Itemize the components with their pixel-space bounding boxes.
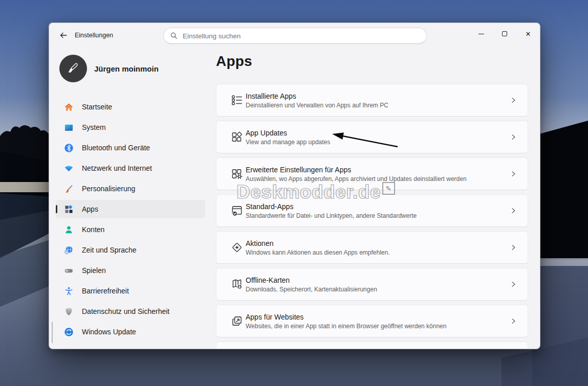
close-icon: ✕	[526, 31, 531, 37]
sidebar-item-label: Personalisierung	[82, 185, 135, 193]
app-updates-icon	[230, 130, 244, 144]
sidebar-item-label: Windows Update	[82, 328, 136, 336]
apps-icon	[64, 205, 74, 214]
avatar	[59, 55, 87, 82]
back-arrow-icon	[59, 31, 68, 40]
sidebar-item-datenschutz-sicherheit[interactable]: Datenschutz und Sicherheit	[56, 302, 205, 321]
close-button[interactable]: ✕	[516, 23, 540, 44]
chevron-right-icon	[509, 280, 517, 288]
advanced-app-settings-icon	[230, 167, 244, 180]
privacy-icon	[64, 307, 74, 316]
list-item-title: Apps für Websites	[246, 313, 446, 321]
list-item-apps-fuer-websites[interactable]: Apps für Websites Websites, die in einer…	[216, 305, 528, 337]
chevron-right-icon	[509, 96, 517, 104]
sidebar-item-spielen[interactable]: Spielen	[56, 261, 205, 280]
sidebar-item-bluetooth-geraete[interactable]: Bluetooth und Geräte	[56, 139, 205, 157]
list-item-subtitle: Standardwerte für Datei- und Linktypen, …	[246, 212, 417, 219]
list-item-text: App Updates View and manage app updates	[246, 129, 330, 146]
list-item-text: Aktionen Windows kann Aktionen aus diese…	[246, 239, 390, 256]
bluetooth-icon	[64, 143, 74, 153]
search-input[interactable]	[183, 32, 420, 40]
maximize-icon	[502, 31, 507, 36]
sidebar-item-label: Barrierefreiheit	[82, 287, 129, 295]
list-item-app-updates[interactable]: App Updates View and manage app updates	[216, 121, 528, 153]
list-item-aktionen[interactable]: Aktionen Windows kann Aktionen aus diese…	[216, 231, 528, 264]
system-icon	[64, 123, 74, 132]
list-item-subtitle: Downloads, Speicherort, Kartenaktualisie…	[246, 286, 377, 293]
installed-apps-icon	[230, 94, 244, 107]
list-item-subtitle: View and manage app updates	[246, 139, 330, 146]
sidebar-item-windows-update[interactable]: Windows Update	[56, 323, 205, 341]
list-item-title: Aktionen	[246, 239, 390, 247]
list-item-text: Installierte Apps Deinstallieren und Ver…	[246, 92, 388, 109]
list-item-standard-apps[interactable]: Standard-Apps Standardwerte für Datei- u…	[216, 194, 528, 227]
user-name: Jürgen moinmoin	[94, 64, 159, 73]
chevron-right-icon	[509, 243, 517, 252]
sidebar-item-konten[interactable]: Konten	[56, 220, 205, 239]
list-item-offline-karten[interactable]: Offline-Karten Downloads, Speicherort, K…	[216, 268, 528, 301]
list-item-text: Offline-Karten Downloads, Speicherort, K…	[246, 276, 377, 293]
list-item-text: Erweiterte Einstellungen für Apps Auswäh…	[246, 166, 467, 183]
list-item-subtitle: Deinstallieren und Verwalten von Apps au…	[246, 102, 388, 109]
list-item-erweiterte-einstellungen[interactable]: Erweiterte Einstellungen für Apps Auswäh…	[216, 157, 528, 190]
settings-list: Installierte Apps Deinstallieren und Ver…	[216, 84, 528, 349]
titlebar: Einstellungen ✕	[49, 23, 540, 48]
sidebar-item-label: Startseite	[82, 103, 112, 111]
window-controls: ✕	[469, 23, 540, 44]
list-item-title: App Updates	[246, 129, 330, 137]
settings-window: Einstellungen ✕ Jürgen moinmoin	[49, 22, 540, 349]
sidebar-item-barrierefreiheit[interactable]: Barrierefreiheit	[56, 282, 205, 300]
time-language-icon	[64, 245, 74, 255]
sidebar: Startseite System Bluetooth und Geräte	[56, 98, 205, 343]
gaming-icon	[64, 266, 74, 276]
list-item-subtitle: Auswählen, wo Apps abgerufen, Apps archi…	[246, 175, 467, 183]
offline-maps-icon	[230, 278, 244, 291]
app-title: Einstellungen	[75, 23, 113, 48]
sidebar-scrollbar[interactable]	[52, 322, 53, 343]
sidebar-item-personalisierung[interactable]: Personalisierung	[56, 179, 205, 198]
list-item-subtitle: Websites, die in einer App statt in eine…	[246, 323, 446, 330]
actions-icon	[230, 241, 244, 254]
apps-for-websites-icon	[230, 314, 244, 328]
sidebar-item-label: Zeit und Sprache	[82, 246, 137, 254]
chevron-right-icon	[509, 317, 517, 325]
list-item-partial[interactable]	[216, 342, 528, 349]
accessibility-icon	[64, 286, 74, 296]
sidebar-item-label: Bluetooth und Geräte	[82, 144, 150, 152]
list-item-text: Apps für Websites Websites, die in einer…	[246, 313, 446, 330]
sidebar-item-system[interactable]: System	[56, 118, 205, 137]
list-item-title: Erweiterte Einstellungen für Apps	[246, 166, 467, 174]
sidebar-item-netzwerk-internet[interactable]: Netzwerk und Internet	[56, 159, 205, 177]
list-item-subtitle: Windows kann Aktionen aus diesen Apps em…	[246, 249, 390, 256]
sidebar-item-label: System	[82, 123, 106, 131]
search-icon	[170, 32, 178, 40]
sidebar-item-zeit-sprache[interactable]: Zeit und Sprache	[56, 241, 205, 259]
account-header[interactable]: Jürgen moinmoin	[59, 54, 208, 83]
personalization-icon	[64, 184, 74, 194]
default-apps-icon	[230, 204, 244, 217]
sidebar-item-label: Netzwerk und Internet	[82, 164, 152, 172]
sidebar-item-label: Konten	[82, 225, 104, 234]
search-box	[163, 28, 427, 44]
home-icon	[64, 102, 74, 112]
back-button[interactable]	[55, 27, 72, 43]
chevron-right-icon	[509, 170, 517, 178]
sidebar-item-startseite[interactable]: Startseite	[56, 98, 205, 116]
chevron-right-icon	[509, 207, 517, 215]
windows-update-icon	[64, 327, 74, 337]
accounts-icon	[64, 225, 74, 235]
sidebar-item-apps[interactable]: Apps	[56, 200, 205, 218]
list-item-text: Standard-Apps Standardwerte für Datei- u…	[246, 202, 417, 219]
minimize-icon	[478, 34, 484, 34]
minimize-button[interactable]	[469, 23, 493, 44]
paintbrush-avatar-icon	[66, 61, 81, 76]
list-item-title: Offline-Karten	[246, 276, 377, 284]
sidebar-item-label: Apps	[82, 205, 98, 213]
network-icon	[64, 164, 74, 173]
chevron-right-icon	[509, 133, 517, 141]
list-item-title: Standard-Apps	[246, 202, 417, 211]
list-item-installierte-apps[interactable]: Installierte Apps Deinstallieren und Ver…	[216, 84, 528, 117]
maximize-button[interactable]	[493, 23, 516, 44]
list-item-title: Installierte Apps	[246, 92, 388, 100]
page-title: Apps	[216, 53, 252, 70]
